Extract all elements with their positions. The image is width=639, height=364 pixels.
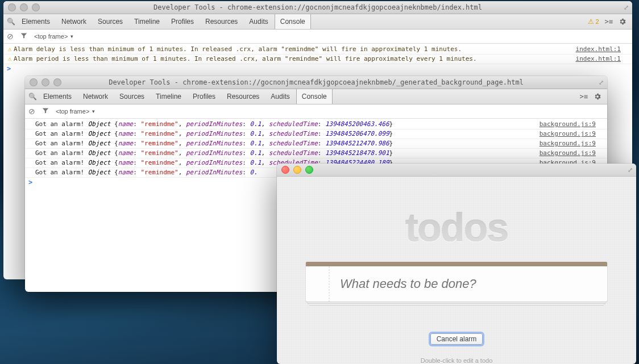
warning-count: 2 xyxy=(595,18,599,25)
zoom-icon[interactable] xyxy=(53,78,61,86)
tab-network[interactable]: Network xyxy=(78,89,113,104)
clear-console-icon[interactable] xyxy=(28,107,35,116)
tab-profiles[interactable]: Profiles xyxy=(188,89,221,104)
window-title: Developer Tools - chrome-extension://goc… xyxy=(25,78,607,86)
tab-console[interactable]: Console xyxy=(296,89,333,104)
console-source-link[interactable]: background.js:9 xyxy=(534,149,596,158)
console-source-link[interactable]: index.html:1 xyxy=(570,45,621,54)
blank-icon xyxy=(27,168,35,177)
frame-label: <top frame> xyxy=(56,108,89,115)
warning-icon xyxy=(6,45,14,54)
tab-timeline[interactable]: Timeline xyxy=(151,89,186,104)
frame-selector[interactable]: <top frame> xyxy=(34,33,73,40)
console-message: Got an alarm! Object {name: "remindme", … xyxy=(35,149,534,158)
minimize-icon[interactable] xyxy=(42,78,49,86)
blank-icon xyxy=(27,139,35,148)
console-subtoolbar: <top frame> xyxy=(25,104,607,119)
zoom-icon[interactable] xyxy=(32,3,40,11)
expand-icon[interactable]: ⤢ xyxy=(599,79,604,86)
new-todo-input[interactable] xyxy=(306,266,607,302)
console-warning-line: Alarm period is less than minimum of 1 m… xyxy=(3,55,632,64)
console-subtoolbar: <top frame> xyxy=(3,30,632,44)
console-message: Got an alarm! Object {name: "remindme", … xyxy=(35,139,534,148)
warning-icon xyxy=(6,55,14,64)
gear-icon[interactable] xyxy=(594,93,601,101)
expand-icon[interactable]: ⤢ xyxy=(628,166,633,174)
frame-selector[interactable]: <top frame> xyxy=(56,108,95,115)
console-source-link[interactable]: background.js:9 xyxy=(534,120,596,129)
expand-icon[interactable]: ⤢ xyxy=(624,4,629,11)
warning-count-badge[interactable]: 2 xyxy=(588,18,599,26)
blank-icon xyxy=(27,149,35,158)
devtools-tabbar: Elements Network Sources Timeline Profil… xyxy=(25,89,607,104)
blank-icon xyxy=(27,120,35,129)
console-message: Alarm delay is less than minimum of 1 mi… xyxy=(14,45,570,54)
console-log-line: Got an alarm! Object {name: "remindme", … xyxy=(25,149,607,158)
tab-resources[interactable]: Resources xyxy=(200,14,243,29)
window-titlebar[interactable]: Developer Tools - chrome-extension://goc… xyxy=(3,1,632,14)
close-icon[interactable] xyxy=(30,78,38,86)
todo-card xyxy=(306,262,607,302)
drawer-toggle-icon[interactable]: >≡ xyxy=(580,93,588,101)
frame-label: <top frame> xyxy=(34,33,68,40)
zoom-icon[interactable] xyxy=(305,166,313,174)
console-source-link[interactable]: background.js:9 xyxy=(534,129,596,139)
tab-resources[interactable]: Resources xyxy=(222,89,264,104)
console-log-line: Got an alarm! Object {name: "remindme", … xyxy=(25,120,607,129)
tab-timeline[interactable]: Timeline xyxy=(129,14,165,29)
minimize-icon[interactable] xyxy=(20,3,28,11)
tab-console[interactable]: Console xyxy=(275,14,311,29)
console-prompt[interactable]: > xyxy=(3,64,632,73)
tab-elements[interactable]: Elements xyxy=(38,89,77,104)
console-log-line: Got an alarm! Object {name: "remindme", … xyxy=(25,129,607,139)
tab-elements[interactable]: Elements xyxy=(16,14,55,29)
tab-sources[interactable]: Sources xyxy=(93,14,128,29)
tab-network[interactable]: Network xyxy=(56,14,92,29)
hint-text: Double-click to edit a todo xyxy=(421,357,493,364)
console-output: Alarm delay is less than minimum of 1 mi… xyxy=(3,44,632,74)
window-titlebar[interactable]: Developer Tools - chrome-extension://goc… xyxy=(25,76,607,89)
console-source-link[interactable]: index.html:1 xyxy=(570,55,621,64)
console-source-link[interactable]: background.js:9 xyxy=(534,139,596,148)
filter-icon[interactable] xyxy=(42,107,49,115)
tab-audits[interactable]: Audits xyxy=(244,14,273,29)
app-title: todos xyxy=(405,205,508,250)
devtools-tabbar: Elements Network Sources Timeline Profil… xyxy=(3,14,632,30)
blank-icon xyxy=(27,158,35,168)
minimize-icon[interactable] xyxy=(293,166,301,174)
console-message: Got an alarm! Object {name: "remindme", … xyxy=(35,129,534,139)
tab-profiles[interactable]: Profiles xyxy=(166,14,199,29)
inspect-icon[interactable] xyxy=(7,18,15,26)
filter-icon[interactable] xyxy=(20,32,27,40)
close-icon[interactable] xyxy=(281,166,289,174)
close-icon[interactable] xyxy=(8,3,16,11)
tab-audits[interactable]: Audits xyxy=(265,89,294,104)
clear-console-icon[interactable] xyxy=(7,32,14,41)
drawer-toggle-icon[interactable]: >≡ xyxy=(605,18,613,26)
traffic-lights[interactable] xyxy=(277,166,313,174)
blank-icon xyxy=(27,129,35,139)
window-titlebar[interactable]: ⤢ xyxy=(277,164,636,177)
inspect-icon[interactable] xyxy=(28,93,37,101)
console-message: Alarm period is less than minimum of 1 m… xyxy=(14,55,570,64)
console-warning-line: Alarm delay is less than minimum of 1 mi… xyxy=(3,45,632,55)
gear-icon[interactable] xyxy=(619,18,626,26)
console-log-line: Got an alarm! Object {name: "remindme", … xyxy=(25,139,607,149)
traffic-lights[interactable] xyxy=(3,3,40,11)
cancel-alarm-button[interactable]: Cancel alarm xyxy=(430,333,483,345)
window-title: Developer Tools - chrome-extension://goc… xyxy=(3,3,632,11)
console-message: Got an alarm! Object {name: "remindme", … xyxy=(35,120,534,129)
tab-sources[interactable]: Sources xyxy=(114,89,150,104)
traffic-lights[interactable] xyxy=(25,78,61,86)
